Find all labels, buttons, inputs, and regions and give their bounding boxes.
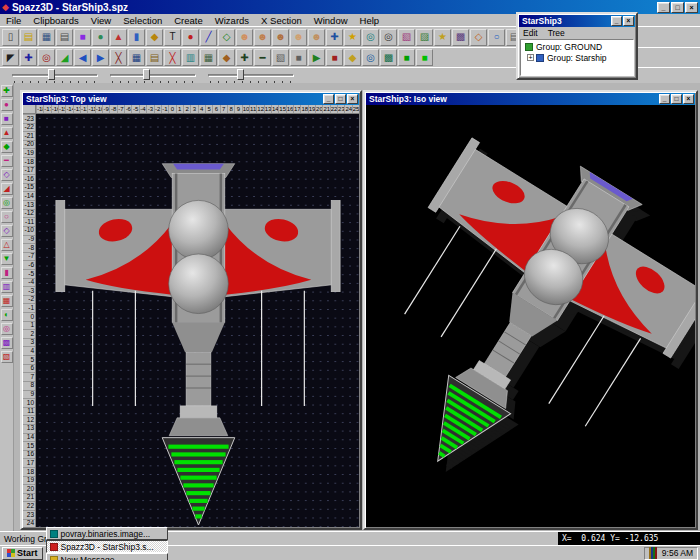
top-view-minimize-button[interactable]: _ [323,94,334,104]
tree-menu-edit[interactable]: Edit [523,28,538,38]
tree-menu-tree[interactable]: Tree [548,28,565,38]
tree-minimize-button[interactable]: _ [611,16,622,26]
avatar-head-icon[interactable]: ☻ [236,29,253,46]
select-arrow-icon[interactable]: ◤ [2,49,19,66]
add-point-icon[interactable]: ✚ [1,85,13,97]
avatar-rotate-icon[interactable]: ☻ [308,29,325,46]
scale-icon[interactable]: ◢ [56,49,73,66]
save-icon[interactable]: ▦ [38,29,55,46]
close-button[interactable]: × [685,2,698,13]
print-icon[interactable]: ▤ [56,29,73,46]
wizard-wand-icon[interactable]: ★ [434,29,451,46]
tree-close-button[interactable]: × [623,16,634,26]
task-spazz3d-starship3-s[interactable]: Spazz3D - StarShip3.s... [46,540,168,553]
slider-3[interactable] [208,69,294,83]
mirror-icon[interactable]: ▥ [182,49,199,66]
edge-tool-icon[interactable]: ━ [1,155,13,167]
play-icon[interactable]: ▶ [308,49,325,66]
tree-item-group-ground[interactable]: Group: GROUND [523,41,631,52]
zoom-in-icon[interactable]: ✚ [236,49,253,66]
anchor-icon[interactable]: ✚ [326,29,343,46]
texture-icon[interactable]: ▨ [416,29,433,46]
line-icon[interactable]: ╱ [200,29,217,46]
paste-icon[interactable]: ▤ [146,49,163,66]
open-folder-icon[interactable]: ▤ [20,29,37,46]
iso-view-viewport[interactable] [366,105,695,527]
twist-icon[interactable]: ◇ [1,225,13,237]
expand-box-icon[interactable]: + [527,54,534,61]
sphere-icon[interactable]: ● [92,29,109,46]
taskbar-clock[interactable]: 9:56 AM [659,548,693,558]
weld-icon[interactable]: ◎ [1,197,13,209]
add-sphere-icon[interactable]: ● [1,99,13,111]
task-povray-binaries-image[interactable]: povray.binaries.image... [46,527,168,540]
tree-titlebar[interactable]: StarShip3 _ × [519,15,635,27]
subdivide-icon[interactable]: ▧ [1,351,13,363]
viewpoint-icon[interactable]: ◎ [362,29,379,46]
array-icon[interactable]: ▦ [1,295,13,307]
slider-1-thumb[interactable] [48,69,55,80]
extrusion-icon[interactable]: ◆ [146,29,163,46]
taper-icon[interactable]: ▼ [1,253,13,265]
material-icon[interactable]: ▧ [398,29,415,46]
top-view-close-button[interactable]: × [347,94,358,104]
maximize-button[interactable]: □ [671,2,684,13]
cylinder-icon[interactable]: ▮ [128,29,145,46]
timer-icon[interactable]: ○ [488,29,505,46]
camera-icon[interactable]: ◎ [380,29,397,46]
slider-1[interactable] [12,69,98,83]
box-icon[interactable]: ■ [74,29,91,46]
cone-icon[interactable]: ▲ [110,29,127,46]
lathe-icon[interactable]: ◎ [1,323,13,335]
sensor-icon[interactable]: ◇ [470,29,487,46]
menu-help[interactable]: Help [354,15,386,26]
keyframe-icon[interactable]: ◆ [344,49,361,66]
menu-create[interactable]: Create [168,15,209,26]
face-icon[interactable]: ◇ [218,29,235,46]
iso-view-close-button[interactable]: × [683,94,694,104]
menu-selection[interactable]: Selection [117,15,168,26]
world-icon[interactable]: ◎ [362,49,379,66]
green-tool-icon[interactable]: ■ [398,49,415,66]
cut-icon[interactable]: ╳ [110,49,127,66]
iso-view-maximize-button[interactable]: □ [671,94,682,104]
menu-clipboards[interactable]: Clipboards [27,15,84,26]
green-tool2-icon[interactable]: ■ [416,49,433,66]
avatar-walk-icon[interactable]: ☻ [290,29,307,46]
undo-icon[interactable]: ◀ [74,49,91,66]
slider-3-thumb[interactable] [237,69,244,80]
text-icon[interactable]: T [164,29,181,46]
move-icon[interactable]: ✚ [20,49,37,66]
menu-file[interactable]: File [0,15,27,26]
new-file-icon[interactable]: ▯ [2,29,19,46]
minimize-button[interactable]: _ [657,2,670,13]
bend-icon[interactable]: △ [1,239,13,251]
iso-view-minimize-button[interactable]: _ [659,94,670,104]
light-icon[interactable]: ★ [344,29,361,46]
knife-icon[interactable]: ◢ [1,183,13,195]
top-view-maximize-button[interactable]: □ [335,94,346,104]
face-tool-icon[interactable]: ◇ [1,169,13,181]
iso-view-titlebar[interactable]: StarShip3: Iso view _ □ × [366,93,695,105]
grid-icon[interactable]: ▦ [200,49,217,66]
snap-icon[interactable]: ◆ [218,49,235,66]
solid-icon[interactable]: ■ [290,49,307,66]
top-view-titlebar[interactable]: StarShip3: Top view _ □ × [23,93,359,105]
tree-view-icon[interactable]: ▩ [380,49,397,66]
stop-icon[interactable]: ■ [326,49,343,66]
boolean-icon[interactable]: ◐ [1,309,13,321]
avatar-head2-icon[interactable]: ☻ [254,29,271,46]
wireframe-icon[interactable]: ▧ [272,49,289,66]
start-button[interactable]: Start [2,547,43,560]
vertex-tool-icon[interactable]: ◆ [1,141,13,153]
rotate-icon[interactable]: ◎ [38,49,55,66]
mirror-tool-icon[interactable]: ▥ [1,281,13,293]
slider-2[interactable] [110,69,196,83]
add-box-icon[interactable]: ■ [1,113,13,125]
copy-icon[interactable]: ▦ [128,49,145,66]
smooth-icon[interactable]: ○ [1,211,13,223]
stretch-icon[interactable]: ▮ [1,267,13,279]
redo-icon[interactable]: ▶ [92,49,109,66]
menu-x-section[interactable]: X Section [255,15,308,26]
menu-view[interactable]: View [85,15,117,26]
